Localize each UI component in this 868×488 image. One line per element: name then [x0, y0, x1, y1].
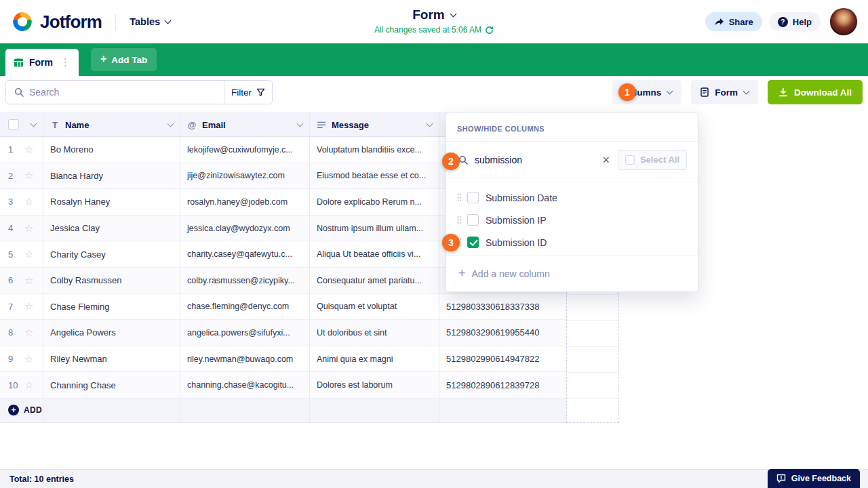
- search-icon: [458, 155, 468, 165]
- column-search-input[interactable]: [475, 155, 594, 165]
- chevron-down-icon[interactable]: [167, 120, 174, 127]
- filter-button[interactable]: Filter: [224, 81, 272, 104]
- cell-email[interactable]: charity.casey@qafewytu.c...: [180, 241, 310, 267]
- cell-message[interactable]: Dolore explicabo Rerum n...: [310, 189, 439, 215]
- cell-message[interactable]: Animi quia ex magni: [310, 346, 439, 372]
- document-title[interactable]: Form: [374, 7, 494, 22]
- column-item-submission-id[interactable]: Submission ID: [446, 231, 698, 253]
- cell-email[interactable]: colby.rasmussen@zicypiky...: [180, 268, 310, 293]
- filter-label: Filter: [231, 87, 252, 98]
- cell-name[interactable]: Jessica Clay: [43, 216, 180, 241]
- cell-email[interactable]: rosalyn.haney@jodeb.com: [180, 189, 310, 215]
- download-all-button[interactable]: Download All: [768, 80, 863, 104]
- star-icon[interactable]: ☆: [24, 327, 33, 339]
- cell-email[interactable]: riley.newman@buwaqo.com: [180, 346, 310, 372]
- star-icon[interactable]: ☆: [24, 274, 33, 287]
- cell-submission-id[interactable]: 5129802990614947822: [439, 346, 566, 372]
- add-new-column-button[interactable]: + Add a new column: [446, 256, 698, 291]
- add-row[interactable]: + ADD: [0, 399, 566, 423]
- column-header-message[interactable]: Message: [310, 113, 439, 136]
- cell-name[interactable]: Riley Newman: [43, 346, 180, 372]
- select-all-button[interactable]: Select All: [618, 150, 687, 170]
- column-item-submission-date[interactable]: Submission Date: [446, 186, 698, 209]
- header-checkbox[interactable]: [8, 119, 19, 130]
- give-feedback-button[interactable]: Give Feedback: [768, 469, 860, 488]
- star-icon[interactable]: ☆: [24, 144, 33, 156]
- cell-email[interactable]: channing.chase@kacogitu...: [180, 372, 310, 398]
- row-number: 3: [8, 197, 22, 207]
- star-icon[interactable]: ☆: [24, 379, 33, 391]
- cell-name[interactable]: Colby Rasmussen: [43, 268, 180, 293]
- column-header-email[interactable]: @ Email: [180, 113, 310, 136]
- table-row[interactable]: 7 ☆ Chase Fleming chase.fleming@denyc.co…: [0, 294, 566, 321]
- star-icon[interactable]: ☆: [24, 248, 33, 260]
- cell-email[interactable]: lekojifew@cuxiwufomyje.c...: [180, 137, 310, 163]
- jotform-logo[interactable]: Jotform: [11, 10, 102, 33]
- table-row[interactable]: 10 ☆ Channing Chase channing.chase@kacog…: [0, 372, 566, 399]
- cell-message[interactable]: Nostrum ipsum illum ullam...: [310, 216, 439, 241]
- header-divider: [115, 14, 116, 30]
- select-all-header-cell[interactable]: [0, 113, 43, 136]
- cell-message[interactable]: Quisquam et voluptat: [310, 294, 439, 320]
- refresh-icon[interactable]: [485, 26, 494, 35]
- help-button[interactable]: ? Help: [769, 12, 821, 31]
- cell-message[interactable]: Voluptatum blanditiis exce...: [310, 137, 439, 163]
- cell-name[interactable]: Rosalyn Haney: [43, 189, 180, 215]
- star-icon[interactable]: ☆: [24, 353, 33, 365]
- search-input[interactable]: [24, 81, 224, 104]
- cell-name[interactable]: Channing Chase: [43, 372, 180, 398]
- add-row-label: ADD: [24, 405, 42, 415]
- star-icon[interactable]: ☆: [24, 222, 33, 235]
- cell-message[interactable]: Aliqua Ut beatae officiis vi...: [310, 241, 439, 267]
- cell-message[interactable]: Ut doloribus et sint: [310, 320, 439, 346]
- row-number: 8: [8, 327, 22, 338]
- chevron-down-icon[interactable]: [297, 120, 304, 127]
- cell-submission-id[interactable]: 5129802890612839728: [439, 372, 566, 398]
- cell-message[interactable]: Dolores est laborum: [310, 372, 439, 398]
- cell-submission-id[interactable]: 5129803330618337338: [439, 294, 566, 320]
- add-row-cell[interactable]: + ADD: [0, 399, 43, 422]
- column-item-submission-ip[interactable]: Submission IP: [446, 209, 698, 231]
- form-view-button[interactable]: Form: [691, 80, 758, 104]
- cell-name[interactable]: Bo Moreno: [43, 137, 180, 163]
- chevron-down-icon[interactable]: [427, 120, 433, 127]
- column-header-name[interactable]: T Name: [43, 113, 180, 136]
- annotation-step-1: 1: [618, 83, 636, 101]
- cell-name[interactable]: Chase Fleming: [43, 294, 180, 320]
- select-all-checkbox[interactable]: [625, 155, 635, 165]
- cell-name[interactable]: Bianca Hardy: [43, 163, 180, 189]
- tab-form[interactable]: Form ⋮: [5, 49, 79, 76]
- table-grid-icon: [14, 58, 24, 68]
- feedback-bubble-icon: [776, 474, 786, 483]
- table-row[interactable]: 9 ☆ Riley Newman riley.newman@buwaqo.com…: [0, 346, 566, 373]
- tables-dropdown[interactable]: Tables: [130, 16, 170, 27]
- document-title-block: Form All changes saved at 5:06 AM: [374, 7, 494, 35]
- cell-email[interactable]: angelica.powers@sifufyxi...: [180, 320, 310, 346]
- cell-message[interactable]: Eiusmod beatae esse et co...: [310, 163, 439, 189]
- column-checkbox-checked[interactable]: [467, 237, 479, 248]
- star-icon[interactable]: ☆: [24, 300, 33, 312]
- star-icon[interactable]: ☆: [24, 169, 33, 182]
- plus-circle-icon: +: [8, 405, 19, 415]
- cell-message[interactable]: Consequatur amet pariatu...: [310, 268, 439, 293]
- column-checkbox[interactable]: [467, 192, 479, 203]
- cell-submission-id[interactable]: 5129803290619955440: [439, 320, 566, 346]
- chevron-down-icon[interactable]: [31, 120, 37, 127]
- star-icon[interactable]: ☆: [24, 196, 33, 208]
- column-checkbox[interactable]: [467, 214, 479, 226]
- clear-search-icon[interactable]: ×: [601, 154, 611, 166]
- table-row[interactable]: 8 ☆ Angelica Powers angelica.powers@sifu…: [0, 320, 566, 346]
- cell-email[interactable]: jije@zinizowisawytez.com: [180, 163, 310, 189]
- add-new-column-label: Add a new column: [472, 268, 550, 279]
- tab-menu-icon[interactable]: ⋮: [60, 56, 71, 68]
- add-tab-button[interactable]: + Add Tab: [91, 48, 157, 71]
- share-button[interactable]: Share: [705, 12, 762, 31]
- plus-icon: +: [100, 53, 106, 65]
- cell-email[interactable]: jessica.clay@wydozyx.com: [180, 216, 310, 241]
- drag-handle-icon[interactable]: [457, 216, 462, 224]
- cell-name[interactable]: Angelica Powers: [43, 320, 180, 346]
- avatar[interactable]: [830, 8, 857, 35]
- cell-email[interactable]: chase.fleming@denyc.com: [180, 294, 310, 320]
- cell-name[interactable]: Charity Casey: [43, 241, 180, 267]
- drag-handle-icon[interactable]: [457, 193, 462, 202]
